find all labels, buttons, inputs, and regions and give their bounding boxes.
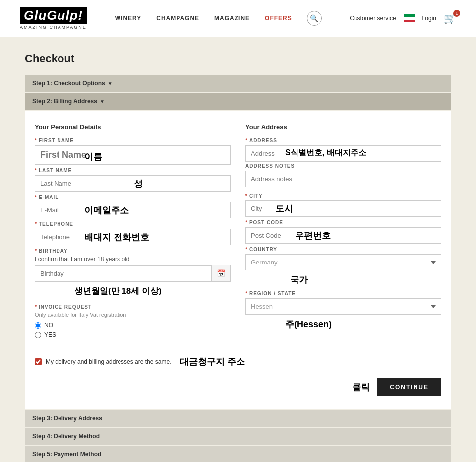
last-name-label: *LAST NAME	[35, 168, 231, 173]
telephone-required: *	[35, 221, 37, 227]
telephone-label: *TELEPHONE	[35, 221, 231, 227]
calendar-button[interactable]: 📅	[212, 265, 231, 282]
login-link[interactable]: Login	[422, 15, 436, 22]
last-name-required: *	[35, 168, 37, 173]
language-flag-icon[interactable]	[404, 14, 415, 22]
page-title: Checkout	[25, 52, 451, 65]
address-korean: S식별번호, 배대지주소	[285, 148, 366, 157]
invoice-no-label[interactable]: NO	[35, 322, 231, 329]
birthday-input[interactable]	[35, 265, 212, 282]
checkbox-section: My delivery and billing addresses are th…	[35, 348, 441, 368]
personal-details-title: Your Personal Details	[35, 123, 231, 131]
step2-arrow-icon: ▼	[100, 99, 105, 104]
step4-label: Step 4: Delivery Method	[32, 433, 100, 440]
last-name-korean: 성	[134, 179, 143, 189]
search-button[interactable]: 🔍	[307, 11, 322, 26]
continue-button[interactable]: CONTINUE	[377, 378, 441, 396]
last-name-input[interactable]	[35, 175, 231, 192]
main-content: Checkout Step 1: Checkout Options ▼ Step…	[15, 37, 461, 462]
step1-label: Step 1: Checkout Options	[32, 80, 105, 87]
personal-details-col: Your Personal Details *FIRST NAME 이름 *LA…	[35, 123, 231, 338]
birthday-label: *BIRTHDAY	[35, 248, 231, 254]
invoice-section: *INVOICE REQUEST Only available for Ital…	[35, 304, 231, 338]
address-col: Your Address *ADDRESS S식별번호, 배대지주소 ADDRE…	[245, 123, 441, 338]
step1-bar[interactable]: Step 1: Checkout Options ▼	[25, 75, 451, 92]
last-name-group: *LAST NAME	[35, 168, 231, 192]
logo-text: GluGulp!	[20, 7, 87, 24]
nav-champagne[interactable]: CHAMPAGNE	[156, 15, 199, 22]
postcode-label: *POST CODE	[245, 220, 441, 225]
first-name-label: *FIRST NAME	[35, 138, 231, 143]
invoice-note: Only available for Italy Vat registratio…	[35, 312, 231, 318]
invoice-radio-group: NO YES	[35, 322, 231, 338]
address-label: *ADDRESS	[245, 138, 441, 143]
customer-service-link[interactable]: Customer service	[350, 15, 396, 22]
cart-badge: 1	[453, 10, 460, 17]
city-korean: 도시	[275, 204, 293, 214]
city-required: *	[245, 193, 248, 198]
step3-bar[interactable]: Step 3: Delivery Address	[25, 410, 451, 427]
email-group: *E-MAIL	[35, 195, 231, 218]
address-notes-input[interactable]	[245, 171, 441, 187]
step5-bar[interactable]: Step 5: Payment Method	[25, 446, 451, 462]
logo[interactable]: GluGulp! AMAZING CHAMPAGNE	[20, 7, 87, 30]
postcode-input[interactable]	[245, 227, 441, 244]
birthday-korean: 생년월일(만 18세 이상)	[74, 286, 162, 296]
region-label: *REGION / STATE	[245, 291, 441, 296]
telephone-korean: 배대지 전화번호	[84, 232, 149, 242]
billing-same-row: My delivery and billing addresses are th…	[35, 356, 441, 368]
step5-label: Step 5: Payment Method	[32, 451, 101, 458]
email-input[interactable]	[35, 202, 231, 218]
step2-bar[interactable]: Step 2: Billing Address ▼	[25, 93, 451, 110]
main-nav: WINERY CHAMPAGNE MAGAZINE OFFERS 🔍	[115, 11, 322, 26]
region-group: *REGION / STATE Hessen Bavaria Berlin	[245, 291, 441, 315]
region-select[interactable]: Hessen Bavaria Berlin	[245, 298, 441, 315]
search-icon: 🔍	[310, 14, 318, 22]
invoice-required: *	[35, 304, 37, 310]
postcode-required: *	[245, 220, 248, 225]
first-name-input[interactable]	[35, 145, 231, 165]
address-title: Your Address	[245, 123, 441, 131]
nav-right: Customer service Login 🛒 1	[350, 12, 456, 24]
invoice-yes-radio[interactable]	[35, 332, 41, 338]
step1-arrow-icon: ▼	[108, 81, 113, 86]
invoice-yes-label[interactable]: YES	[35, 331, 231, 338]
country-group: *COUNTRY Germany France Italy	[245, 247, 441, 270]
billing-same-label: My delivery and billing addresses are th…	[46, 358, 171, 365]
birthday-required: *	[35, 248, 37, 254]
country-select[interactable]: Germany France Italy	[245, 254, 441, 270]
first-name-required: *	[35, 138, 37, 143]
step4-bar[interactable]: Step 4: Delivery Method	[25, 428, 451, 445]
calendar-icon: 📅	[217, 269, 225, 277]
nav-winery[interactable]: WINERY	[115, 15, 142, 22]
form-columns: Your Personal Details *FIRST NAME 이름 *LA…	[35, 123, 441, 338]
postcode-korean: 우편번호	[295, 231, 331, 241]
email-required: *	[35, 195, 37, 200]
nav-magazine[interactable]: MAGAZINE	[214, 15, 250, 22]
birthday-row: 📅	[35, 265, 231, 282]
invoice-no-text: NO	[44, 322, 53, 329]
email-label: *E-MAIL	[35, 195, 231, 200]
first-name-group: *FIRST NAME	[35, 138, 231, 165]
birthday-confirm-text: I confirm that I am over 18 years old	[35, 256, 231, 263]
city-label: *CITY	[245, 193, 441, 198]
btn-row: 클릭 CONTINUE	[35, 378, 441, 396]
address-notes-label: ADDRESS NOTES	[245, 163, 441, 169]
site-header: GluGulp! AMAZING CHAMPAGNE WINERY CHAMPA…	[0, 0, 476, 37]
nav-offers[interactable]: OFFERS	[265, 15, 292, 22]
email-korean: 이메일주소	[84, 205, 129, 215]
address-notes-group: ADDRESS NOTES	[245, 163, 441, 187]
invoice-no-radio[interactable]	[35, 322, 41, 329]
billing-same-checkbox[interactable]	[35, 358, 42, 365]
country-required: *	[245, 247, 248, 252]
address-required: *	[245, 138, 248, 143]
country-korean: 국가	[290, 275, 308, 285]
logo-subtitle: AMAZING CHAMPAGNE	[20, 25, 87, 30]
step3-label: Step 3: Delivery Address	[32, 415, 102, 422]
region-korean: 주(Hessen)	[285, 319, 332, 329]
click-korean-label: 클릭	[352, 381, 370, 393]
step2-label: Step 2: Billing Address	[32, 98, 97, 105]
country-label: *COUNTRY	[245, 247, 441, 252]
cart-button[interactable]: 🛒 1	[444, 12, 456, 24]
invoice-yes-text: YES	[44, 331, 56, 338]
